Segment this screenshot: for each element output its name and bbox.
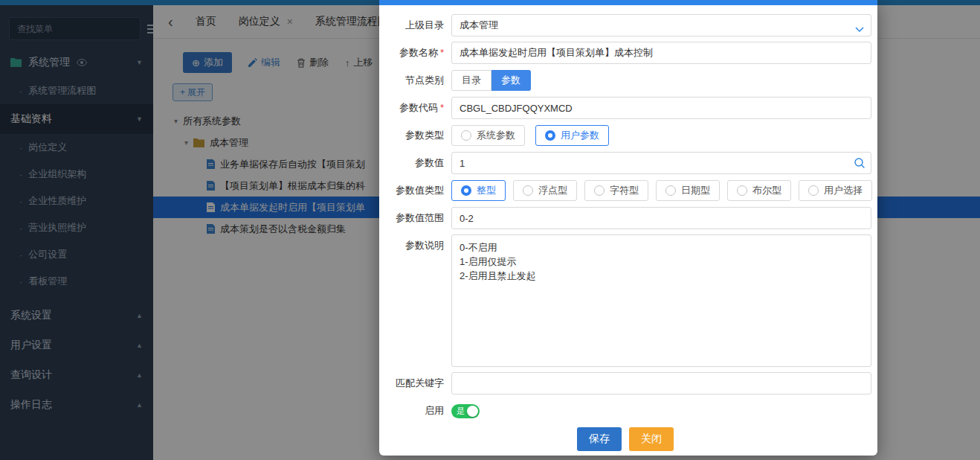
form-row-param-name: 参数名称* [379,42,871,64]
dialog-header-bar [379,0,877,5]
radio-selected-icon [545,130,555,141]
param-type-option-user[interactable]: 用户参数 [535,125,609,146]
field-label: 参数值范围 [379,207,451,229]
switch-on-label: 是 [457,406,465,417]
value-type-option-float[interactable]: 浮点型 [513,180,577,201]
chevron-down-icon [855,22,864,36]
close-button[interactable]: 关闭 [629,427,674,451]
required-asterisk: * [440,102,444,113]
param-value-input[interactable] [451,152,871,174]
search-icon[interactable] [854,157,865,172]
radio-icon [461,130,471,141]
radio-icon [808,185,819,196]
form-row-enable: 启用 是 [379,400,871,422]
field-label: 参数说明 [379,234,451,257]
value-type-option-string[interactable]: 字符型 [584,180,648,201]
form-row-parent-directory: 上级目录 成本管理 [379,14,871,36]
select-value: 成本管理 [460,19,498,32]
value-range-input[interactable] [451,207,871,229]
value-type-option-user-select[interactable]: 用户选择 [799,180,872,201]
param-type-option-system[interactable]: 系统参数 [451,125,525,146]
field-label: 参数代码* [379,97,451,119]
field-label: 匹配关键字 [379,372,451,394]
form-row-value-type: 参数值类型 整型 浮点型 字符型 [379,179,871,202]
form-row-param-value: 参数值 [379,152,871,174]
field-label: 参数值类型 [379,179,451,202]
enable-switch[interactable]: 是 [451,404,480,418]
parameter-form: 上级目录 成本管理 参数名称* 节点类别 [379,5,877,451]
switch-knob [467,406,478,417]
form-row-match-keyword: 匹配关键字 [379,372,871,394]
form-row-param-code: 参数代码* [379,97,871,119]
param-type-radio-group: 系统参数 用户参数 [451,125,609,146]
value-type-option-integer[interactable]: 整型 [451,180,506,201]
edit-parameter-dialog: 上级目录 成本管理 参数名称* 节点类别 [379,0,877,456]
save-button[interactable]: 保存 [577,427,622,451]
field-label: 参数名称* [379,42,451,64]
radio-selected-icon [461,185,471,196]
node-type-segmented: 目录 参数 [451,70,531,91]
value-type-radio-group: 整型 浮点型 字符型 日期型 [451,180,872,201]
value-type-option-date[interactable]: 日期型 [656,180,720,201]
radio-icon [523,185,533,196]
param-code-input[interactable] [451,97,871,119]
param-name-input[interactable] [451,42,871,64]
dialog-footer: 保存 关闭 [379,427,871,451]
field-label: 参数值 [379,152,451,174]
field-label: 参数类型 [379,124,451,147]
node-type-option-parameter[interactable]: 参数 [491,70,531,91]
field-label: 节点类别 [379,69,451,92]
form-row-param-type: 参数类型 系统参数 用户参数 [379,124,871,147]
node-type-option-directory[interactable]: 目录 [451,70,491,91]
value-type-option-boolean[interactable]: 布尔型 [727,180,791,201]
parent-directory-select[interactable]: 成本管理 [451,14,871,36]
required-asterisk: * [440,47,444,58]
field-label: 上级目录 [379,14,451,36]
radio-icon [737,185,747,196]
radio-icon [665,185,676,196]
field-label: 启用 [379,400,451,422]
form-row-param-description: 参数说明 0-不启用 1-启用仅提示 2-启用且禁止发起 [379,234,871,367]
form-row-node-type: 节点类别 目录 参数 [379,69,871,92]
match-keyword-input[interactable] [451,372,871,394]
form-row-value-range: 参数值范围 [379,207,871,229]
radio-icon [594,185,605,196]
param-description-textarea[interactable]: 0-不启用 1-启用仅提示 2-启用且禁止发起 [451,234,871,367]
